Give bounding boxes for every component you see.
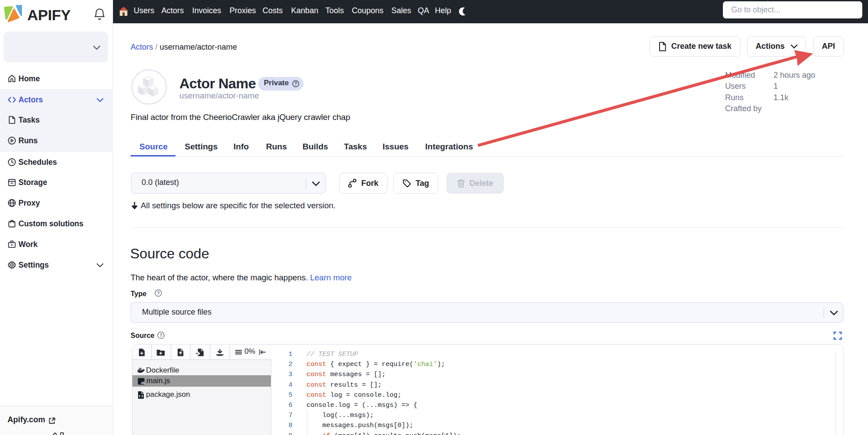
- svg-text:JS: JS: [141, 381, 145, 385]
- svg-text:?: ?: [294, 81, 297, 86]
- svg-text:?: ?: [160, 333, 162, 338]
- svg-text:?: ?: [157, 290, 160, 296]
